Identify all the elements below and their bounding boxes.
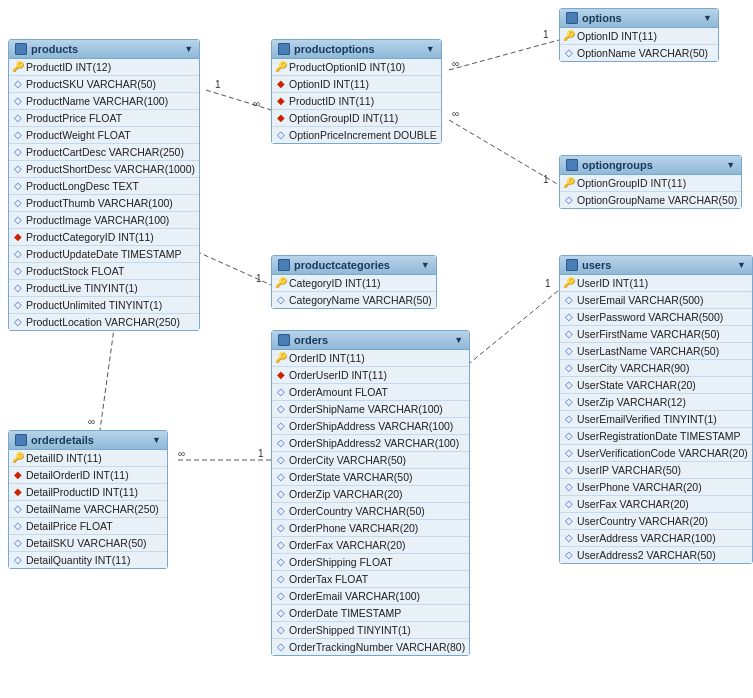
field-row: ◇UserLastName VARCHAR(50) xyxy=(560,343,752,360)
field-name: OrderTrackingNumber VARCHAR(80) xyxy=(289,640,465,654)
table-dropdown-options[interactable]: ▼ xyxy=(703,13,712,23)
gold-key-icon: 🔑 xyxy=(276,62,286,72)
blue-key-icon: ◇ xyxy=(276,421,286,431)
table-dropdown-orderdetails[interactable]: ▼ xyxy=(152,435,161,445)
table-title-users: users xyxy=(582,259,611,271)
blue-key-icon: ◇ xyxy=(13,198,23,208)
field-row: ◇CategoryName VARCHAR(50) xyxy=(272,292,436,308)
field-name: ProductThumb VARCHAR(100) xyxy=(26,196,173,210)
field-name: ProductUpdateDate TIMESTAMP xyxy=(26,247,181,261)
table-body-orders: 🔑OrderID INT(11)◆OrderUserID INT(11)◇Ord… xyxy=(272,350,469,655)
table-icon-options xyxy=(566,12,578,24)
table-dropdown-products[interactable]: ▼ xyxy=(184,44,193,54)
table-icon-productoptions xyxy=(278,43,290,55)
svg-text:1: 1 xyxy=(258,448,264,459)
field-name: ProductStock FLOAT xyxy=(26,264,124,278)
field-row: ◇ProductWeight FLOAT xyxy=(9,127,199,144)
table-productoptions[interactable]: productoptions ▼ 🔑ProductOptionID INT(10… xyxy=(271,39,442,144)
blue-key-icon: ◇ xyxy=(276,455,286,465)
field-row: ◇UserFirstName VARCHAR(50) xyxy=(560,326,752,343)
field-name: UserFirstName VARCHAR(50) xyxy=(577,327,720,341)
field-name: UserZip VARCHAR(12) xyxy=(577,395,686,409)
table-body-productcategories: 🔑CategoryID INT(11)◇CategoryName VARCHAR… xyxy=(272,275,436,308)
field-row: ◇UserPassword VARCHAR(500) xyxy=(560,309,752,326)
blue-key-icon: ◇ xyxy=(564,499,574,509)
table-dropdown-productcategories[interactable]: ▼ xyxy=(421,260,430,270)
blue-key-icon: ◇ xyxy=(13,130,23,140)
field-row: ◇UserCity VARCHAR(90) xyxy=(560,360,752,377)
field-row: ◇DetailPrice FLOAT xyxy=(9,518,167,535)
field-row: ◇OrderShipping FLOAT xyxy=(272,554,469,571)
field-row: ◇UserAddress2 VARCHAR(50) xyxy=(560,547,752,563)
svg-line-6 xyxy=(449,120,559,185)
blue-key-icon: ◇ xyxy=(564,397,574,407)
field-name: UserAddress2 VARCHAR(50) xyxy=(577,548,716,562)
table-orders[interactable]: orders ▼ 🔑OrderID INT(11)◆OrderUserID IN… xyxy=(271,330,470,656)
table-options[interactable]: options ▼ 🔑OptionID INT(11)◇OptionName V… xyxy=(559,8,719,62)
blue-key-icon: ◇ xyxy=(13,113,23,123)
red-key-icon: ◆ xyxy=(276,113,286,123)
red-key-icon: ◆ xyxy=(13,487,23,497)
field-row: 🔑CategoryID INT(11) xyxy=(272,275,436,292)
diagram-container: 1 ∞ ∞ 1 ∞ 1 ∞ 1 1 ∞ 1 ∞ ∞ 1 products xyxy=(0,0,753,698)
field-row: ◆OptionGroupID INT(11) xyxy=(272,110,441,127)
field-name: ProductID INT(12) xyxy=(26,60,111,74)
table-icon-orders xyxy=(278,334,290,346)
field-name: UserState VARCHAR(20) xyxy=(577,378,696,392)
field-name: ProductLocation VARCHAR(250) xyxy=(26,315,180,329)
field-name: OrderID INT(11) xyxy=(289,351,365,365)
blue-key-icon: ◇ xyxy=(13,215,23,225)
field-name: OptionGroupName VARCHAR(50) xyxy=(577,193,737,207)
blue-key-icon: ◇ xyxy=(564,533,574,543)
blue-key-icon: ◇ xyxy=(13,96,23,106)
table-title-products: products xyxy=(31,43,78,55)
table-optiongroups[interactable]: optiongroups ▼ 🔑OptionGroupID INT(11)◇Op… xyxy=(559,155,742,209)
field-row: ◆ProductID INT(11) xyxy=(272,93,441,110)
field-row: ◇UserEmailVerified TINYINT(1) xyxy=(560,411,752,428)
field-name: ProductCategoryID INT(11) xyxy=(26,230,154,244)
table-icon-orderdetails xyxy=(15,434,27,446)
table-header-users: users ▼ xyxy=(560,256,752,275)
blue-key-icon: ◇ xyxy=(564,48,574,58)
field-name: UserID INT(11) xyxy=(577,276,648,290)
field-row: 🔑UserID INT(11) xyxy=(560,275,752,292)
field-name: OrderFax VARCHAR(20) xyxy=(289,538,406,552)
table-dropdown-optiongroups[interactable]: ▼ xyxy=(726,160,735,170)
field-row: ◇ProductImage VARCHAR(100) xyxy=(9,212,199,229)
field-row: ◇UserZip VARCHAR(12) xyxy=(560,394,752,411)
field-row: 🔑DetailID INT(11) xyxy=(9,450,167,467)
table-header-productoptions: productoptions ▼ xyxy=(272,40,441,59)
field-name: OrderCity VARCHAR(50) xyxy=(289,453,406,467)
field-name: UserIP VARCHAR(50) xyxy=(577,463,681,477)
blue-key-icon: ◇ xyxy=(276,489,286,499)
field-name: OrderZip VARCHAR(20) xyxy=(289,487,403,501)
table-body-users: 🔑UserID INT(11)◇UserEmail VARCHAR(500)◇U… xyxy=(560,275,752,563)
table-dropdown-orders[interactable]: ▼ xyxy=(454,335,463,345)
field-row: ◇OrderPhone VARCHAR(20) xyxy=(272,520,469,537)
field-row: ◇DetailSKU VARCHAR(50) xyxy=(9,535,167,552)
table-orderdetails[interactable]: orderdetails ▼ 🔑DetailID INT(11)◆DetailO… xyxy=(8,430,168,569)
field-row: ◇ProductLongDesc TEXT xyxy=(9,178,199,195)
field-name: OptionName VARCHAR(50) xyxy=(577,46,708,60)
table-productcategories[interactable]: productcategories ▼ 🔑CategoryID INT(11)◇… xyxy=(271,255,437,309)
table-header-orderdetails: orderdetails ▼ xyxy=(9,431,167,450)
blue-key-icon: ◇ xyxy=(276,557,286,567)
field-row: ◇ProductLocation VARCHAR(250) xyxy=(9,314,199,330)
blue-key-icon: ◇ xyxy=(564,550,574,560)
blue-key-icon: ◇ xyxy=(564,346,574,356)
table-header-productcategories: productcategories ▼ xyxy=(272,256,436,275)
field-row: ◇UserEmail VARCHAR(500) xyxy=(560,292,752,309)
field-row: ◇OrderTrackingNumber VARCHAR(80) xyxy=(272,639,469,655)
table-users[interactable]: users ▼ 🔑UserID INT(11)◇UserEmail VARCHA… xyxy=(559,255,753,564)
field-name: DetailPrice FLOAT xyxy=(26,519,113,533)
table-products[interactable]: products ▼ 🔑ProductID INT(12)◇ProductSKU… xyxy=(8,39,200,331)
table-dropdown-users[interactable]: ▼ xyxy=(737,260,746,270)
svg-text:1: 1 xyxy=(215,79,221,90)
field-name: ProductName VARCHAR(100) xyxy=(26,94,168,108)
svg-text:∞: ∞ xyxy=(452,58,459,69)
table-dropdown-productoptions[interactable]: ▼ xyxy=(426,44,435,54)
blue-key-icon: ◇ xyxy=(276,295,286,305)
field-row: ◇OrderTax FLOAT xyxy=(272,571,469,588)
blue-key-icon: ◇ xyxy=(564,295,574,305)
field-row: ◇ProductName VARCHAR(100) xyxy=(9,93,199,110)
